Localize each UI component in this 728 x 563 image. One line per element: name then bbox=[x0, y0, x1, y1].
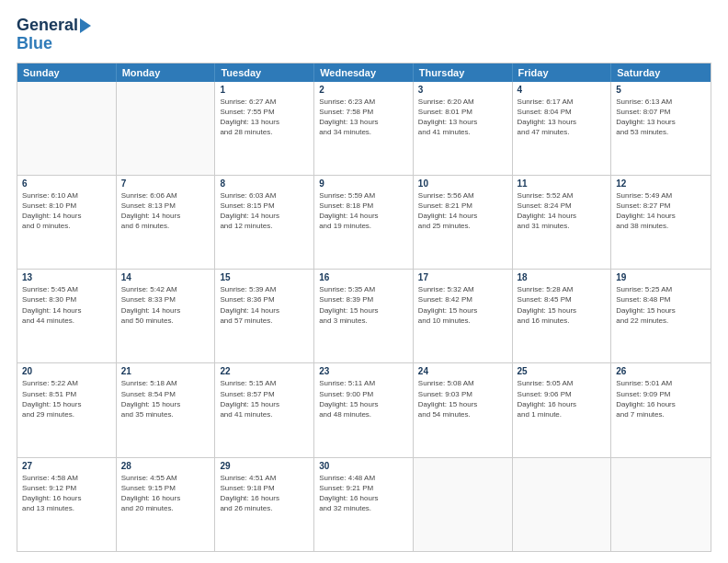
day-cell-4: 4Sunrise: 6:17 AM Sunset: 8:04 PM Daylig… bbox=[513, 82, 612, 175]
day-number: 11 bbox=[518, 178, 607, 189]
day-number: 6 bbox=[22, 178, 111, 189]
empty-cell bbox=[117, 82, 216, 175]
day-cell-21: 21Sunrise: 5:18 AM Sunset: 8:54 PM Dayli… bbox=[117, 363, 216, 456]
day-info: Sunrise: 6:20 AM Sunset: 8:01 PM Dayligh… bbox=[418, 97, 507, 138]
day-cell-3: 3Sunrise: 6:20 AM Sunset: 8:01 PM Daylig… bbox=[414, 82, 513, 175]
day-info: Sunrise: 5:49 AM Sunset: 8:27 PM Dayligh… bbox=[616, 190, 706, 232]
day-number: 4 bbox=[518, 85, 607, 95]
day-number: 19 bbox=[616, 272, 706, 282]
day-number: 7 bbox=[121, 178, 210, 189]
day-info: Sunrise: 4:58 AM Sunset: 9:12 PM Dayligh… bbox=[22, 473, 111, 514]
day-cell-16: 16Sunrise: 5:35 AM Sunset: 8:39 PM Dayli… bbox=[314, 270, 414, 362]
day-cell-24: 24Sunrise: 5:08 AM Sunset: 9:03 PM Dayli… bbox=[414, 363, 513, 456]
day-info: Sunrise: 4:51 AM Sunset: 9:18 PM Dayligh… bbox=[220, 473, 309, 514]
day-info: Sunrise: 5:32 AM Sunset: 8:42 PM Dayligh… bbox=[418, 284, 507, 326]
day-info: Sunrise: 5:05 AM Sunset: 9:06 PM Dayligh… bbox=[518, 378, 607, 419]
day-info: Sunrise: 6:13 AM Sunset: 8:07 PM Dayligh… bbox=[616, 97, 706, 138]
day-cell-26: 26Sunrise: 5:01 AM Sunset: 9:09 PM Dayli… bbox=[611, 363, 711, 456]
day-number: 24 bbox=[418, 366, 507, 376]
day-info: Sunrise: 5:01 AM Sunset: 9:09 PM Dayligh… bbox=[616, 378, 706, 419]
day-info: Sunrise: 5:59 AM Sunset: 8:18 PM Dayligh… bbox=[319, 190, 408, 232]
day-number: 13 bbox=[22, 272, 111, 282]
logo-text-general: General bbox=[17, 17, 78, 35]
logo: General Blue bbox=[17, 17, 91, 53]
calendar-header: SundayMondayTuesdayWednesdayThursdayFrid… bbox=[17, 63, 711, 82]
day-number: 18 bbox=[518, 272, 607, 282]
day-info: Sunrise: 5:18 AM Sunset: 8:54 PM Dayligh… bbox=[121, 378, 210, 419]
day-info: Sunrise: 6:06 AM Sunset: 8:13 PM Dayligh… bbox=[121, 190, 210, 232]
day-number: 16 bbox=[319, 272, 408, 282]
day-number: 29 bbox=[220, 461, 309, 471]
day-number: 23 bbox=[319, 366, 408, 376]
day-cell-23: 23Sunrise: 5:11 AM Sunset: 9:00 PM Dayli… bbox=[314, 363, 414, 456]
empty-cell bbox=[611, 458, 711, 551]
week-row-2: 6Sunrise: 6:10 AM Sunset: 8:10 PM Daylig… bbox=[17, 176, 711, 270]
week-row-1: 1Sunrise: 6:27 AM Sunset: 7:55 PM Daylig… bbox=[17, 82, 711, 176]
day-cell-8: 8Sunrise: 6:03 AM Sunset: 8:15 PM Daylig… bbox=[215, 176, 314, 269]
logo-arrow-icon bbox=[80, 18, 91, 33]
day-cell-15: 15Sunrise: 5:39 AM Sunset: 8:36 PM Dayli… bbox=[215, 270, 314, 362]
day-info: Sunrise: 5:56 AM Sunset: 8:21 PM Dayligh… bbox=[418, 190, 507, 232]
header-day-saturday: Saturday bbox=[611, 63, 711, 82]
header-day-friday: Friday bbox=[513, 63, 612, 82]
day-cell-12: 12Sunrise: 5:49 AM Sunset: 8:27 PM Dayli… bbox=[611, 176, 711, 269]
header-day-wednesday: Wednesday bbox=[314, 63, 414, 82]
day-number: 27 bbox=[22, 461, 111, 471]
day-number: 20 bbox=[22, 366, 111, 376]
day-info: Sunrise: 5:52 AM Sunset: 8:24 PM Dayligh… bbox=[518, 190, 607, 232]
day-number: 25 bbox=[518, 366, 607, 376]
day-info: Sunrise: 6:17 AM Sunset: 8:04 PM Dayligh… bbox=[518, 97, 607, 138]
empty-cell bbox=[513, 458, 612, 551]
day-number: 28 bbox=[121, 461, 210, 471]
day-number: 2 bbox=[319, 85, 408, 95]
day-cell-22: 22Sunrise: 5:15 AM Sunset: 8:57 PM Dayli… bbox=[215, 363, 314, 456]
week-row-3: 13Sunrise: 5:45 AM Sunset: 8:30 PM Dayli… bbox=[17, 270, 711, 363]
logo-text-blue: Blue bbox=[17, 34, 52, 52]
day-cell-29: 29Sunrise: 4:51 AM Sunset: 9:18 PM Dayli… bbox=[215, 458, 314, 551]
day-info: Sunrise: 5:08 AM Sunset: 9:03 PM Dayligh… bbox=[418, 378, 507, 419]
header-day-sunday: Sunday bbox=[17, 63, 117, 82]
day-number: 14 bbox=[121, 272, 210, 282]
day-info: Sunrise: 5:15 AM Sunset: 8:57 PM Dayligh… bbox=[220, 378, 309, 419]
day-cell-14: 14Sunrise: 5:42 AM Sunset: 8:33 PM Dayli… bbox=[117, 270, 216, 362]
day-info: Sunrise: 6:10 AM Sunset: 8:10 PM Dayligh… bbox=[22, 190, 111, 232]
day-info: Sunrise: 6:03 AM Sunset: 8:15 PM Dayligh… bbox=[220, 190, 309, 232]
day-cell-7: 7Sunrise: 6:06 AM Sunset: 8:13 PM Daylig… bbox=[117, 176, 216, 269]
day-info: Sunrise: 5:25 AM Sunset: 8:48 PM Dayligh… bbox=[616, 284, 706, 326]
day-info: Sunrise: 5:22 AM Sunset: 8:51 PM Dayligh… bbox=[22, 378, 111, 419]
day-number: 8 bbox=[220, 178, 309, 189]
page: General Blue SundayMondayTuesdayWednesda… bbox=[0, 0, 728, 563]
day-info: Sunrise: 5:45 AM Sunset: 8:30 PM Dayligh… bbox=[22, 284, 111, 326]
empty-cell bbox=[17, 82, 117, 175]
day-number: 17 bbox=[418, 272, 507, 282]
day-info: Sunrise: 5:28 AM Sunset: 8:45 PM Dayligh… bbox=[518, 284, 607, 326]
day-number: 9 bbox=[319, 178, 408, 189]
header-day-tuesday: Tuesday bbox=[215, 63, 314, 82]
day-cell-2: 2Sunrise: 6:23 AM Sunset: 7:58 PM Daylig… bbox=[314, 82, 414, 175]
day-number: 21 bbox=[121, 366, 210, 376]
day-cell-18: 18Sunrise: 5:28 AM Sunset: 8:45 PM Dayli… bbox=[513, 270, 612, 362]
day-number: 1 bbox=[220, 85, 309, 95]
day-cell-20: 20Sunrise: 5:22 AM Sunset: 8:51 PM Dayli… bbox=[17, 363, 117, 456]
day-cell-28: 28Sunrise: 4:55 AM Sunset: 9:15 PM Dayli… bbox=[117, 458, 216, 551]
day-cell-5: 5Sunrise: 6:13 AM Sunset: 8:07 PM Daylig… bbox=[611, 82, 711, 175]
day-cell-30: 30Sunrise: 4:48 AM Sunset: 9:21 PM Dayli… bbox=[314, 458, 414, 551]
day-cell-10: 10Sunrise: 5:56 AM Sunset: 8:21 PM Dayli… bbox=[414, 176, 513, 269]
day-number: 12 bbox=[616, 178, 706, 189]
day-number: 26 bbox=[616, 366, 706, 376]
header-day-monday: Monday bbox=[117, 63, 216, 82]
empty-cell bbox=[414, 458, 513, 551]
day-cell-13: 13Sunrise: 5:45 AM Sunset: 8:30 PM Dayli… bbox=[17, 270, 117, 362]
day-info: Sunrise: 5:42 AM Sunset: 8:33 PM Dayligh… bbox=[121, 284, 210, 326]
day-info: Sunrise: 6:23 AM Sunset: 7:58 PM Dayligh… bbox=[319, 97, 408, 138]
day-number: 10 bbox=[418, 178, 507, 189]
day-cell-17: 17Sunrise: 5:32 AM Sunset: 8:42 PM Dayli… bbox=[414, 270, 513, 362]
day-cell-25: 25Sunrise: 5:05 AM Sunset: 9:06 PM Dayli… bbox=[513, 363, 612, 456]
day-number: 3 bbox=[418, 85, 507, 95]
calendar-body: 1Sunrise: 6:27 AM Sunset: 7:55 PM Daylig… bbox=[17, 82, 711, 551]
calendar: SundayMondayTuesdayWednesdayThursdayFrid… bbox=[17, 63, 711, 552]
day-info: Sunrise: 6:27 AM Sunset: 7:55 PM Dayligh… bbox=[220, 97, 309, 138]
day-number: 22 bbox=[220, 366, 309, 376]
week-row-5: 27Sunrise: 4:58 AM Sunset: 9:12 PM Dayli… bbox=[17, 458, 711, 551]
day-cell-11: 11Sunrise: 5:52 AM Sunset: 8:24 PM Dayli… bbox=[513, 176, 612, 269]
